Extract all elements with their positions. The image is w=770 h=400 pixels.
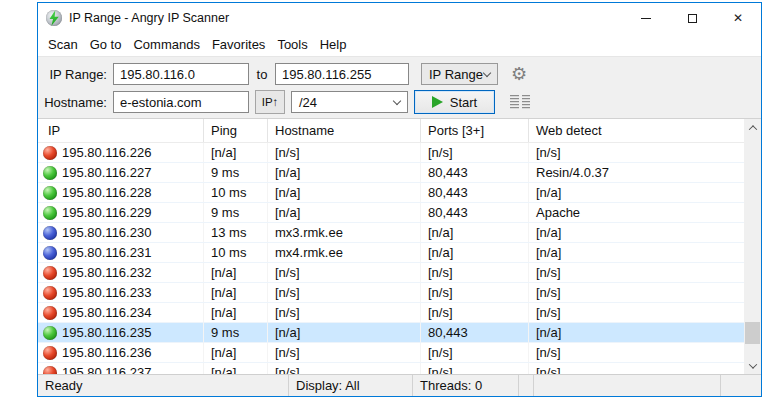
web-detect-cell: [n/s] [529, 363, 744, 374]
window-title: IP Range - Angry IP Scanner [69, 11, 229, 25]
table-row[interactable]: 195.80.116.226[n/a][n/s][n/s][n/s] [38, 143, 744, 163]
ping-cell: 10 ms [204, 243, 268, 262]
scroll-up-button[interactable] [744, 119, 761, 136]
host-status-alive-icon [43, 226, 57, 240]
ports-cell: 80,443 [421, 183, 529, 202]
hostname-cell: [n/a] [268, 183, 421, 202]
netmask-select[interactable]: /24 [291, 91, 408, 113]
host-status-dead-icon [43, 346, 57, 360]
maximize-icon [688, 14, 697, 23]
ip-address: 195.80.116.230 [62, 225, 151, 240]
ip-end-input[interactable] [275, 63, 409, 85]
menu-item-go-to[interactable]: Go to [84, 34, 128, 55]
vertical-scrollbar[interactable] [744, 119, 761, 374]
preferences-gear-icon[interactable]: ⚙ [511, 65, 527, 83]
ping-cell: [n/a] [204, 343, 268, 362]
host-status-ports-open-icon [43, 166, 57, 180]
column-header-ports-3[interactable]: Ports [3+] [421, 119, 529, 142]
minimize-icon [641, 18, 651, 19]
table-row[interactable]: 195.80.116.2279 ms[n/a]80,443Resin/4.0.3… [38, 163, 744, 183]
hostname-cell: [n/a] [268, 163, 421, 182]
hostname-cell: [n/s] [268, 263, 421, 282]
web-detect-cell: [n/a] [529, 323, 744, 342]
table-row[interactable]: 195.80.116.22810 ms[n/a]80,443[n/a] [38, 183, 744, 203]
feed-type-select[interactable]: IP Range [421, 63, 498, 85]
web-detect-cell: [n/s] [529, 343, 744, 362]
host-status-ports-open-icon [43, 186, 57, 200]
host-status-dead-icon [43, 366, 57, 375]
column-header-ping[interactable]: Ping [204, 119, 268, 142]
ip-address: 195.80.116.236 [62, 345, 151, 360]
table-row[interactable]: 195.80.116.234[n/a][n/s][n/s][n/s] [38, 303, 744, 323]
table-row[interactable]: 195.80.116.233[n/a][n/s][n/s][n/s] [38, 283, 744, 303]
close-icon: ✕ [733, 12, 743, 24]
scroll-down-button[interactable] [744, 357, 761, 374]
window-controls: ✕ [623, 3, 761, 33]
hostname-label: Hostname: [38, 95, 107, 110]
ip-cell: 195.80.116.227 [38, 163, 204, 182]
ip-address: 195.80.116.235 [62, 325, 151, 340]
ip-address: 195.80.116.232 [62, 265, 151, 280]
host-status-ports-open-icon [43, 206, 57, 220]
ports-cell: [n/s] [421, 283, 529, 302]
table-row[interactable]: 195.80.116.23110 msmx4.rmk.ee[n/a][n/a] [38, 243, 744, 263]
hostname-cell: [n/s] [268, 143, 421, 162]
start-button[interactable]: Start [414, 90, 495, 114]
ping-cell: [n/a] [204, 283, 268, 302]
table-row[interactable]: 195.80.116.237[n/a][n/s][n/s][n/s] [38, 363, 744, 374]
web-detect-cell: [n/s] [529, 263, 744, 282]
status-bar: Ready Display: All Threads: 0 [38, 374, 761, 396]
results-list-icon[interactable] [510, 95, 530, 110]
status-threads: Threads: 0 [413, 375, 519, 396]
ports-cell: [n/s] [421, 263, 529, 282]
minimize-button[interactable] [623, 3, 669, 33]
netmask-value: /24 [299, 95, 317, 110]
host-status-dead-icon [43, 266, 57, 280]
menu-item-scan[interactable]: Scan [42, 34, 84, 55]
column-header-ip[interactable]: IP [38, 119, 204, 142]
hostname-input[interactable] [113, 91, 249, 113]
ping-cell: 9 ms [204, 163, 268, 182]
status-display-filter: Display: All [289, 375, 413, 396]
hostname-cell: [n/a] [268, 323, 421, 342]
table-row[interactable]: 195.80.116.23013 msmx3.rmk.ee[n/a][n/a] [38, 223, 744, 243]
ip-address: 195.80.116.233 [62, 285, 151, 300]
ports-cell: [n/a] [421, 243, 529, 262]
ip-cell: 195.80.116.237 [38, 363, 204, 374]
host-status-dead-icon [43, 286, 57, 300]
scan-results-table: IPPingHostnamePorts [3+]Web detect 195.8… [38, 119, 761, 374]
ports-cell: [n/s] [421, 143, 529, 162]
ip-address: 195.80.116.228 [62, 185, 151, 200]
title-bar: IP Range - Angry IP Scanner ✕ [38, 3, 761, 33]
ports-cell: 80,443 [421, 323, 529, 342]
table-row[interactable]: 195.80.116.232[n/a][n/s][n/s][n/s] [38, 263, 744, 283]
ports-cell: [n/s] [421, 363, 529, 374]
ip-address: 195.80.116.237 [62, 365, 151, 374]
chevron-down-icon [483, 68, 491, 76]
menu-item-help[interactable]: Help [314, 34, 353, 55]
ping-cell: [n/a] [204, 263, 268, 282]
ip-start-input[interactable] [113, 63, 249, 85]
scrollbar-thumb[interactable] [745, 322, 760, 344]
menu-item-commands[interactable]: Commands [127, 34, 205, 55]
ip-up-button[interactable]: IP↑ [255, 90, 285, 114]
web-detect-cell: [n/s] [529, 303, 744, 322]
table-body: 195.80.116.226[n/a][n/s][n/s][n/s]195.80… [38, 143, 744, 374]
ports-cell: 80,443 [421, 203, 529, 222]
maximize-button[interactable] [669, 3, 715, 33]
ports-cell: [n/a] [421, 223, 529, 242]
menu-item-favorites[interactable]: Favorites [206, 34, 271, 55]
web-detect-cell: [n/a] [529, 223, 744, 242]
menu-item-tools[interactable]: Tools [271, 34, 313, 55]
ports-cell: 80,443 [421, 163, 529, 182]
app-window: IP Range - Angry IP Scanner ✕ ScanGo toC… [37, 2, 762, 397]
column-header-hostname[interactable]: Hostname [268, 119, 421, 142]
column-header-web-detect[interactable]: Web detect [529, 119, 744, 142]
table-row[interactable]: 195.80.116.236[n/a][n/s][n/s][n/s] [38, 343, 744, 363]
host-status-alive-icon [43, 246, 57, 260]
table-row[interactable]: 195.80.116.2299 ms[n/a]80,443Apache [38, 203, 744, 223]
host-status-dead-icon [43, 146, 57, 160]
close-button[interactable]: ✕ [715, 3, 761, 33]
table-row[interactable]: 195.80.116.2359 ms[n/a]80,443[n/a] [38, 323, 744, 343]
ip-cell: 195.80.116.228 [38, 183, 204, 202]
